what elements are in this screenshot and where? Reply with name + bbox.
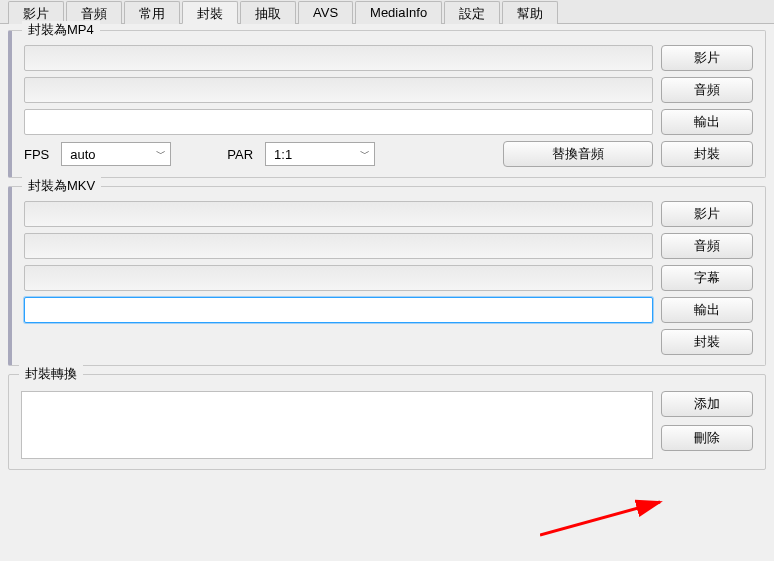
- tab-settings[interactable]: 設定: [444, 1, 500, 24]
- mkv-subtitle-input[interactable]: [24, 265, 653, 291]
- svg-line-0: [540, 502, 660, 535]
- tab-help[interactable]: 幫助: [502, 1, 558, 24]
- mp4-audio-input[interactable]: [24, 77, 653, 103]
- group-mux-mp4: 封裝為MP4 影片 音頻 輸出 FPS auto ﹀ PAR 1:1 ﹀: [8, 30, 766, 178]
- group-title-mkv: 封裝為MKV: [22, 177, 101, 195]
- tab-extract[interactable]: 抽取: [240, 1, 296, 24]
- par-combo[interactable]: 1:1 ﹀: [265, 142, 375, 166]
- annotation-arrow-icon: [540, 490, 690, 540]
- mkv-audio-input[interactable]: [24, 233, 653, 259]
- group-mux-mkv: 封裝為MKV 影片 音頻 字幕 輸出 封裝: [8, 186, 766, 366]
- fps-label: FPS: [24, 147, 53, 162]
- par-label: PAR: [227, 147, 257, 162]
- convert-listbox[interactable]: [21, 391, 653, 459]
- mkv-audio-button[interactable]: 音頻: [661, 233, 753, 259]
- fps-value: auto: [70, 147, 95, 162]
- tab-mux[interactable]: 封裝: [182, 1, 238, 24]
- replace-audio-button[interactable]: 替換音頻: [503, 141, 653, 167]
- mp4-audio-button[interactable]: 音頻: [661, 77, 753, 103]
- chevron-down-icon: ﹀: [360, 147, 370, 161]
- mp4-mux-button[interactable]: 封裝: [661, 141, 753, 167]
- tab-avs[interactable]: AVS: [298, 1, 353, 24]
- convert-delete-button[interactable]: 刪除: [661, 425, 753, 451]
- tab-mediainfo[interactable]: MediaInfo: [355, 1, 442, 24]
- mkv-output-button[interactable]: 輸出: [661, 297, 753, 323]
- mp4-output-input[interactable]: [24, 109, 653, 135]
- mkv-video-button[interactable]: 影片: [661, 201, 753, 227]
- group-title-mp4: 封裝為MP4: [22, 21, 100, 39]
- mp4-output-button[interactable]: 輸出: [661, 109, 753, 135]
- mp4-video-button[interactable]: 影片: [661, 45, 753, 71]
- tab-common[interactable]: 常用: [124, 1, 180, 24]
- mp4-video-input[interactable]: [24, 45, 653, 71]
- fps-combo[interactable]: auto ﹀: [61, 142, 171, 166]
- mkv-output-input[interactable]: [24, 297, 653, 323]
- mkv-video-input[interactable]: [24, 201, 653, 227]
- group-mux-convert: 封裝轉換 添加 刪除: [8, 374, 766, 470]
- tab-bar: 影片 音頻 常用 封裝 抽取 AVS MediaInfo 設定 幫助: [0, 0, 774, 24]
- mkv-mux-button[interactable]: 封裝: [661, 329, 753, 355]
- mkv-subtitle-button[interactable]: 字幕: [661, 265, 753, 291]
- convert-add-button[interactable]: 添加: [661, 391, 753, 417]
- chevron-down-icon: ﹀: [156, 147, 166, 161]
- par-value: 1:1: [274, 147, 292, 162]
- group-title-convert: 封裝轉換: [19, 365, 83, 383]
